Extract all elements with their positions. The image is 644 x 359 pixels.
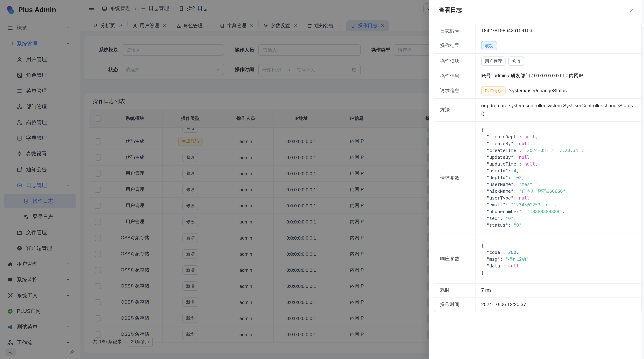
detail-row-7: 响应参数{ "code": 200, "msg": "操作成功", "data"… (434, 235, 641, 283)
detail-label: 响应参数 (434, 235, 476, 283)
detail-label: 耗时 (434, 283, 476, 297)
detail-label: 操作信息 (434, 69, 476, 83)
scrollbar-thumb[interactable] (635, 129, 636, 179)
json-block: { "code": 200, "msg": "操作成功", "data": nu… (481, 242, 636, 276)
drawer-title: 查看日志 (439, 6, 462, 14)
detail-value: org.dromara.system.controller.system.Sys… (481, 102, 636, 118)
detail-row-2: 操作模块用户管理修改 (434, 54, 641, 69)
detail-value: 2024-10-06 12:20:37 (481, 301, 526, 309)
module-tag: 用户管理 (481, 56, 506, 66)
drawer-header: 查看日志 (429, 0, 644, 20)
indent-guide (483, 251, 483, 271)
detail-value: 7 ms (481, 286, 492, 295)
detail-label: 方法 (434, 99, 476, 121)
detail-label: 操作时间 (434, 298, 476, 312)
module-tag: 修改 (508, 56, 524, 66)
detail-label: 日志编号 (434, 24, 476, 38)
close-icon[interactable] (629, 7, 634, 13)
detail-row-3: 操作信息账号: admin / 研发部门 / 0:0:0:0:0:0:0:1 /… (434, 69, 641, 83)
view-log-drawer: 查看日志 日志编号1842781986426159106操作结果成功操作模块用户… (429, 0, 644, 359)
detail-row-6: 请求参数{ "createDept": null, "createBy": nu… (434, 121, 641, 235)
app-root: Plus Admin 概览系统管理用户管理角色管理菜单管理部门管理岗位管理字典管… (0, 0, 644, 359)
detail-label: 操作模块 (434, 54, 476, 69)
detail-row-1: 操作结果成功 (434, 38, 641, 54)
detail-row-0: 日志编号1842781986426159106 (434, 24, 641, 38)
result-tag: 成功 (481, 41, 497, 50)
detail-label: 操作结果 (434, 38, 476, 53)
detail-label: 请求参数 (434, 121, 476, 234)
detail-row-8: 耗时7 ms (434, 283, 641, 298)
detail-value: 账号: admin / 研发部门 / 0:0:0:0:0:0:0:1 / 内网I… (481, 72, 583, 80)
json-block[interactable]: { "createDept": null, "createBy": null, … (481, 126, 636, 229)
indent-guide (483, 135, 483, 229)
drawer-scrollbar[interactable] (642, 0, 644, 359)
detail-row-4: 请求信息PUT请求/system/user/changeStatus (434, 83, 641, 99)
detail-row-9: 操作时间2024-10-06 12:20:37 (434, 298, 641, 312)
log-detail-table: 日志编号1842781986426159106操作结果成功操作模块用户管理修改操… (434, 23, 642, 312)
detail-value: 1842781986426159106 (481, 27, 532, 35)
drawer-overlay[interactable] (0, 0, 429, 359)
detail-label: 请求信息 (434, 83, 476, 98)
request-method-tag: PUT请求 (481, 86, 506, 95)
detail-row-5: 方法org.dromara.system.controller.system.S… (434, 99, 641, 121)
